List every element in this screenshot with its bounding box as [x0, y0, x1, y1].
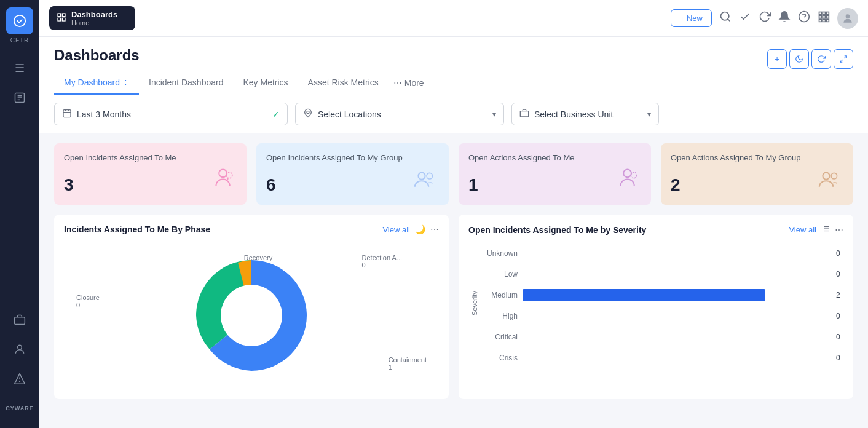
check-mark: ✓ [272, 109, 280, 119]
svg-point-44 [831, 173, 837, 179]
svg-line-28 [844, 56, 846, 58]
svg-point-36 [219, 169, 227, 177]
business-icon [519, 108, 529, 120]
kpi-value-2: 1 [468, 175, 641, 195]
check-icon[interactable] [739, 10, 751, 26]
date-range-label: Last 3 Months [77, 109, 267, 119]
kpi-card-open-actions-group[interactable]: Open Actions Assigned To My Group 2 [661, 143, 853, 205]
containment-label: Containment 1 [389, 356, 427, 371]
svg-point-42 [631, 172, 637, 178]
detection-label: Detection A... 0 [362, 254, 402, 269]
kpi-icon-group [412, 168, 439, 195]
svg-point-34 [307, 111, 309, 114]
bar-track-critical [523, 331, 826, 343]
page-header: Dashboards + [39, 37, 868, 95]
search-icon[interactable] [719, 10, 732, 26]
sidebar-item-users[interactable] [7, 337, 32, 362]
add-tab-button[interactable]: + [767, 49, 787, 69]
date-range-filter[interactable]: Last 3 Months ✓ [54, 103, 288, 125]
svg-line-15 [728, 19, 730, 22]
bar-value-high: 0 [836, 312, 843, 320]
sidebar-item-menu[interactable]: ☰ [7, 56, 32, 81]
svg-rect-26 [826, 19, 829, 22]
page-title: Dashboards [54, 47, 140, 64]
grid-icon[interactable] [818, 10, 830, 26]
more-options-icon[interactable]: ⋯ [430, 224, 439, 234]
location-filter[interactable]: Select Locations ▾ [295, 103, 504, 125]
app-name-label: Dashboards Home [71, 10, 117, 26]
kpi-card-open-incidents-group[interactable]: Open Incidents Assigned To My Group 6 [256, 143, 449, 205]
sidebar-bottom: CYWARE [7, 307, 32, 421]
help-icon[interactable] [798, 10, 810, 26]
svg-rect-18 [819, 12, 822, 15]
tab-key-metrics[interactable]: Key Metrics [233, 71, 298, 95]
svg-point-14 [721, 12, 729, 20]
bar-value-low: 0 [836, 270, 843, 279]
kpi-card-open-incidents-me[interactable]: Open Incidents Assigned To Me 3 [54, 143, 247, 205]
sidebar-nav: ☰ [7, 56, 32, 307]
bar-view-all[interactable]: View all [789, 225, 816, 234]
bar-chart-rows: Unknown 0 Low [481, 247, 843, 364]
bar-row-low: Low 0 [481, 268, 843, 280]
svg-point-37 [226, 172, 232, 178]
refresh-dashboard-button[interactable] [811, 49, 831, 69]
donut-view-all[interactable]: View all [382, 225, 410, 234]
bar-track-unknown [523, 247, 826, 260]
svg-rect-11 [62, 14, 65, 17]
donut-chart-actions: View all 🌙 ⋯ [382, 224, 439, 234]
user-avatar[interactable] [837, 8, 858, 29]
bar-more-options-icon[interactable]: ⋯ [835, 225, 843, 235]
bar-track-medium [523, 289, 826, 301]
svg-point-41 [623, 169, 631, 177]
kpi-card-open-actions-me[interactable]: Open Actions Assigned To Me 1 [459, 143, 651, 205]
tab-more[interactable]: ⋯ More [389, 72, 429, 94]
bar-label-low: Low [481, 270, 518, 279]
donut-svg [190, 254, 313, 377]
tab-asset-risk-metrics[interactable]: Asset Risk Metrics [298, 71, 389, 95]
bell-icon[interactable] [778, 10, 791, 26]
svg-point-43 [823, 173, 829, 180]
moon-icon[interactable]: 🌙 [415, 224, 425, 234]
svg-point-6 [18, 345, 22, 349]
y-axis-label: Severity [468, 242, 481, 364]
bar-row-high: High 0 [481, 310, 843, 322]
svg-line-29 [840, 60, 843, 62]
svg-rect-24 [819, 19, 822, 22]
donut-chart-header: Incidents Assigned To Me By Phase View a… [64, 224, 439, 234]
sidebar-item-threats[interactable] [7, 367, 32, 391]
chart-row: Incidents Assigned To Me By Phase View a… [54, 215, 853, 399]
sidebar-logo[interactable] [6, 7, 33, 34]
tab-my-dashboard[interactable]: My Dashboard ⋮ [54, 71, 139, 95]
list-icon[interactable] [821, 224, 830, 235]
kpi-row: Open Incidents Assigned To Me 3 Open Inc… [54, 143, 853, 205]
bar-label-unknown: Unknown [481, 249, 518, 258]
app-switcher-button[interactable]: Dashboards Home [49, 6, 135, 30]
svg-rect-22 [823, 15, 825, 18]
svg-point-39 [418, 173, 425, 180]
svg-rect-20 [826, 12, 829, 15]
tab-incident-dashboard[interactable]: Incident Dashboard [139, 71, 233, 95]
kpi-title-0: Open Incidents Assigned To Me [64, 153, 237, 164]
sidebar-item-reports[interactable] [7, 85, 32, 110]
bar-track-high [523, 310, 826, 322]
location-icon [303, 108, 313, 120]
cyware-logo: CYWARE [7, 396, 32, 421]
tabs: My Dashboard ⋮ Incident Dashboard Key Me… [54, 71, 853, 95]
kpi-title-1: Open Incidents Assigned To My Group [266, 153, 439, 164]
svg-rect-12 [58, 18, 61, 21]
bar-label-crisis: Crisis [481, 354, 518, 362]
kpi-title-3: Open Actions Assigned To My Group [671, 153, 843, 164]
bar-value-medium: 2 [836, 291, 843, 299]
refresh-icon[interactable] [759, 10, 771, 26]
location-label: Select Locations [318, 109, 487, 119]
svg-rect-10 [58, 14, 61, 17]
svg-rect-13 [62, 18, 65, 21]
dark-mode-button[interactable] [789, 49, 809, 69]
expand-button[interactable] [834, 49, 853, 69]
kpi-icon-action-group [816, 168, 843, 195]
new-button[interactable]: + New [671, 9, 712, 27]
svg-rect-30 [63, 110, 71, 117]
sidebar-item-cases[interactable] [7, 307, 32, 332]
bar-value-crisis: 0 [836, 354, 843, 362]
business-unit-filter[interactable]: Select Business Unit ▾ [511, 103, 659, 125]
